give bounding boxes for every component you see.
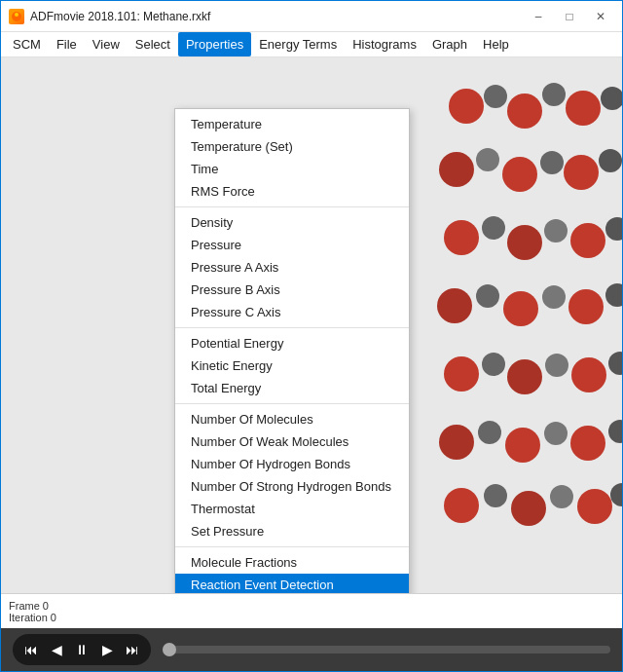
svg-point-33 <box>478 421 501 444</box>
svg-point-28 <box>507 359 542 394</box>
svg-point-39 <box>484 484 507 507</box>
close-button[interactable]: ✕ <box>587 6 614 27</box>
properties-dropdown: Temperature Temperature (Set) Time RMS F… <box>174 108 410 593</box>
svg-point-6 <box>566 91 601 126</box>
menu-thermostat[interactable]: Thermostat <box>175 498 409 520</box>
menu-potential-energy[interactable]: Potential Energy <box>175 332 409 355</box>
menu-molecule-fractions[interactable]: Molecule Fractions <box>175 551 409 574</box>
svg-point-2 <box>449 89 484 124</box>
separator-2 <box>175 327 409 328</box>
menu-file[interactable]: File <box>49 32 85 56</box>
menu-pressure-b[interactable]: Pressure B Axis <box>175 279 409 301</box>
frame-label: Frame 0 <box>9 600 614 612</box>
menu-histograms[interactable]: Histograms <box>345 32 424 56</box>
menu-scm[interactable]: SCM <box>5 32 49 56</box>
back-button[interactable]: ◀ <box>46 639 67 660</box>
svg-point-42 <box>577 489 612 524</box>
menu-temperature[interactable]: Temperature <box>175 113 409 135</box>
svg-point-30 <box>571 357 606 392</box>
window-title: ADFmovie 2018.101: Methane.rxkf <box>30 10 525 23</box>
svg-point-11 <box>540 151 564 174</box>
rewind-button[interactable]: ⏮ <box>20 639 42 660</box>
svg-point-34 <box>505 428 540 463</box>
menu-density[interactable]: Density <box>175 211 409 234</box>
menu-energy-terms[interactable]: Energy Terms <box>251 32 345 56</box>
svg-point-36 <box>570 426 605 461</box>
menu-graph[interactable]: Graph <box>424 32 475 56</box>
svg-point-21 <box>476 284 499 308</box>
svg-point-14 <box>444 220 479 255</box>
menu-pressure-c[interactable]: Pressure C Axis <box>175 301 409 323</box>
svg-point-18 <box>570 223 605 258</box>
svg-point-19 <box>605 217 622 241</box>
svg-point-29 <box>545 354 568 377</box>
menu-pressure-a[interactable]: Pressure A Axis <box>175 256 409 279</box>
svg-point-9 <box>476 148 499 171</box>
menu-num-molecules[interactable]: Number Of Molecules <box>175 408 409 430</box>
svg-point-32 <box>439 425 474 460</box>
menu-num-strong-hydrogen[interactable]: Number Of Strong Hydrogen Bonds <box>175 475 409 498</box>
menu-num-hydrogen[interactable]: Number Of Hydrogen Bonds <box>175 453 409 475</box>
svg-point-10 <box>502 157 537 192</box>
svg-point-23 <box>542 285 566 309</box>
menu-kinetic-energy[interactable]: Kinetic Energy <box>175 355 409 377</box>
svg-point-12 <box>564 155 599 190</box>
svg-point-35 <box>544 422 568 445</box>
molecule-viewport <box>408 57 622 593</box>
menu-reaction-event[interactable]: Reaction Event Detection <box>175 574 409 593</box>
menu-bar: SCM File View Select Properties Energy T… <box>1 32 622 57</box>
svg-point-40 <box>511 491 546 526</box>
svg-point-20 <box>437 288 472 323</box>
play-button[interactable]: ▶ <box>96 639 118 660</box>
svg-point-16 <box>507 225 542 260</box>
content-area: Temperature Temperature (Set) Time RMS F… <box>1 57 622 593</box>
menu-total-energy[interactable]: Total Energy <box>175 377 409 399</box>
svg-point-3 <box>484 85 507 108</box>
svg-point-38 <box>444 488 479 523</box>
controls-bar: ⏮ ◀ ⏸ ▶ ⏭ <box>1 628 622 671</box>
svg-point-7 <box>601 87 622 110</box>
separator-4 <box>175 546 409 547</box>
menu-pressure[interactable]: Pressure <box>175 234 409 256</box>
svg-point-27 <box>482 353 505 376</box>
iteration-label: Iteration 0 <box>9 612 614 623</box>
menu-rms-force[interactable]: RMS Force <box>175 180 409 203</box>
separator-3 <box>175 403 409 404</box>
svg-point-43 <box>610 483 622 506</box>
svg-point-17 <box>544 219 568 243</box>
status-bar: Frame 0 Iteration 0 <box>1 593 622 628</box>
title-bar: ADFmovie 2018.101: Methane.rxkf – □ ✕ <box>1 1 622 32</box>
minimize-button[interactable]: – <box>525 6 552 27</box>
svg-point-1 <box>15 13 18 17</box>
svg-point-15 <box>482 216 505 240</box>
playback-controls: ⏮ ◀ ⏸ ▶ ⏭ <box>13 634 151 665</box>
svg-point-13 <box>599 149 622 172</box>
svg-point-8 <box>439 152 474 187</box>
menu-view[interactable]: View <box>85 32 128 56</box>
separator-1 <box>175 206 409 207</box>
app-icon <box>9 9 24 24</box>
svg-point-5 <box>542 83 566 106</box>
menu-help[interactable]: Help <box>475 32 517 56</box>
svg-point-4 <box>507 93 542 129</box>
menu-properties[interactable]: Properties <box>178 32 251 56</box>
svg-point-37 <box>608 420 622 443</box>
menu-select[interactable]: Select <box>128 32 178 56</box>
svg-point-24 <box>568 289 604 324</box>
menu-set-pressure[interactable]: Set Pressure <box>175 520 409 542</box>
menu-time[interactable]: Time <box>175 158 409 180</box>
progress-thumb[interactable] <box>163 643 176 656</box>
forward-button[interactable]: ⏭ <box>122 639 143 660</box>
svg-point-25 <box>605 283 622 307</box>
pause-button[interactable]: ⏸ <box>71 639 92 660</box>
svg-point-41 <box>550 485 573 508</box>
svg-point-26 <box>444 356 479 392</box>
maximize-button[interactable]: □ <box>556 6 583 27</box>
window-controls: – □ ✕ <box>525 6 614 27</box>
menu-num-weak[interactable]: Number Of Weak Molecules <box>175 430 409 453</box>
svg-point-31 <box>608 352 622 375</box>
menu-temperature-set[interactable]: Temperature (Set) <box>175 135 409 158</box>
progress-bar[interactable] <box>163 646 610 653</box>
main-window: ADFmovie 2018.101: Methane.rxkf – □ ✕ SC… <box>0 0 623 672</box>
svg-point-22 <box>503 291 538 326</box>
